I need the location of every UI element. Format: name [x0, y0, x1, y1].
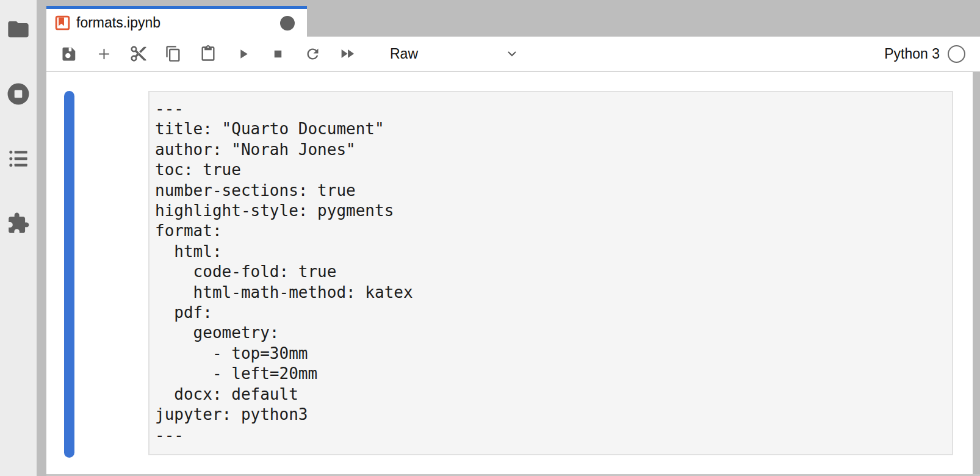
paste-cells-button[interactable]	[199, 45, 217, 63]
unsaved-changes-indicator[interactable]	[280, 16, 295, 31]
clipboard-icon	[200, 45, 217, 62]
notebook-panel: --- title: "Quarto Document" author: "No…	[46, 72, 973, 476]
folder-icon	[6, 17, 31, 41]
save-icon	[60, 45, 77, 62]
save-button[interactable]	[60, 45, 78, 63]
play-icon	[236, 46, 251, 62]
plus-icon	[96, 46, 112, 62]
restart-run-all-button[interactable]	[338, 45, 356, 63]
copy-cells-button[interactable]	[164, 45, 182, 63]
insert-cell-button[interactable]	[95, 45, 113, 63]
scissors-icon	[129, 45, 148, 63]
cell-collapser[interactable]	[64, 91, 74, 458]
stop-circle-icon	[5, 81, 31, 107]
left-activity-bar	[0, 0, 37, 476]
copy-icon	[165, 45, 182, 62]
restart-icon	[304, 46, 321, 62]
tab-title: formats.ipynb	[76, 15, 280, 31]
sidebar-item-running-kernels[interactable]	[6, 82, 31, 106]
sidebar-divider	[37, 0, 46, 476]
notebook-icon	[54, 15, 71, 31]
interrupt-kernel-button[interactable]	[268, 45, 287, 63]
fast-forward-icon	[339, 45, 356, 62]
puzzle-icon	[7, 212, 30, 235]
run-cell-button[interactable]	[234, 45, 252, 63]
kernel-name[interactable]: Python 3	[884, 46, 940, 62]
cell-type-dropdown[interactable]: Raw	[375, 41, 527, 67]
sidebar-item-file-browser[interactable]	[6, 17, 31, 41]
notebook-toolbar: Raw Python 3	[46, 37, 980, 72]
cell-source-text[interactable]: --- title: "Quarto Document" author: "No…	[150, 92, 952, 445]
cut-cells-button[interactable]	[129, 45, 148, 63]
sidebar-item-extensions[interactable]	[6, 211, 31, 236]
chevron-down-icon	[505, 46, 519, 61]
restart-kernel-button[interactable]	[303, 45, 322, 63]
sidebar-item-table-of-contents[interactable]	[6, 146, 31, 171]
list-icon	[6, 146, 31, 171]
right-edge-strip	[973, 72, 980, 476]
raw-cell-editor[interactable]: --- title: "Quarto Document" author: "No…	[148, 91, 953, 455]
stop-icon	[271, 47, 285, 61]
kernel-idle-circle-icon[interactable]	[948, 45, 965, 63]
cell-type-value: Raw	[390, 46, 418, 62]
tab-formats-ipynb[interactable]: formats.ipynb	[46, 6, 307, 37]
